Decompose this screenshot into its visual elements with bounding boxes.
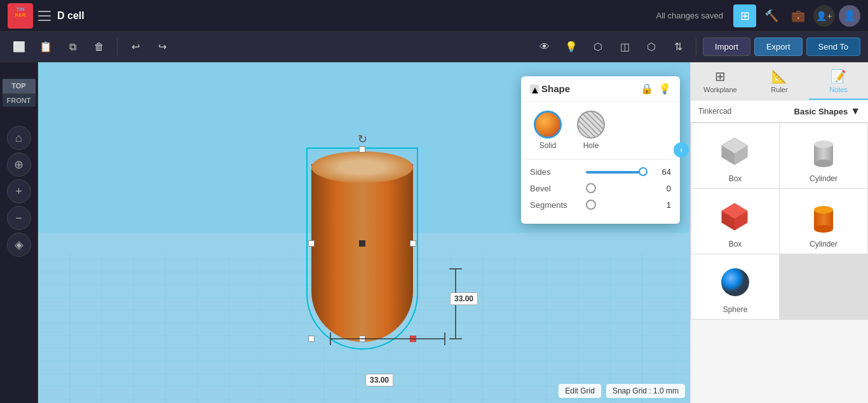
- bevel-radio[interactable]: [586, 183, 596, 193]
- handle-bottom-left[interactable]: [308, 336, 315, 342]
- zoom-out-button[interactable]: −: [7, 206, 31, 230]
- undo-button[interactable]: ↩: [124, 36, 147, 58]
- dimension-h-svg: [324, 326, 451, 352]
- cylinder-body: [311, 164, 413, 342]
- notes-icon: 📝: [831, 69, 846, 84]
- avatar[interactable]: 👤: [839, 5, 860, 27]
- header: TIN KER CAD D cell All changes saved ⊞ 🔨…: [0, 0, 868, 32]
- logo[interactable]: TIN KER CAD: [8, 3, 33, 29]
- box-gray-label: Box: [729, 174, 742, 183]
- redo-button[interactable]: ↪: [151, 36, 173, 58]
- toolbar-separator-1: [117, 38, 118, 56]
- box-red-thumb: [716, 198, 754, 236]
- library-shape-cylinder-orange[interactable]: Cylinder: [780, 189, 867, 254]
- shape-subtract-icon[interactable]: ⬡: [587, 36, 609, 58]
- center-handle[interactable]: [359, 240, 365, 247]
- hole-option[interactable]: Hole: [577, 111, 605, 150]
- dimension-width-label: 33.00: [365, 374, 393, 386]
- header-icons: ⊞ 🔨 💼 👤+ 👤: [733, 4, 860, 27]
- snap-grid-label: Snap Grid :: [613, 386, 651, 395]
- sphere-label: Sphere: [723, 305, 748, 314]
- export-button[interactable]: Export: [754, 38, 803, 56]
- snap-grid-value: 1.0 mm: [653, 386, 679, 395]
- import-button[interactable]: Import: [703, 38, 750, 56]
- flip-icon[interactable]: ⇅: [667, 36, 689, 58]
- solid-option[interactable]: Solid: [534, 111, 562, 150]
- library-header: Tinkercad Basic Shapes ▼: [691, 100, 868, 123]
- cylinder-gray-thumb: [804, 132, 843, 170]
- cylinder-orange-label: Cylinder: [810, 240, 837, 249]
- library-shape-cylinder-gray[interactable]: Cylinder: [780, 123, 867, 188]
- home-view-button[interactable]: ⌂: [7, 126, 31, 150]
- bevel-row: Bevel 0: [530, 183, 671, 193]
- visibility-icon[interactable]: 💡: [658, 83, 671, 95]
- workplane-icon: ⊞: [715, 69, 726, 84]
- view-toggle-button[interactable]: 👁: [533, 36, 556, 58]
- delete-button[interactable]: 🗑: [88, 36, 111, 58]
- ruler-tab-label: Ruler: [771, 86, 787, 93]
- library-shape-sphere[interactable]: Sphere: [691, 254, 779, 319]
- perspective-button[interactable]: ◈: [7, 233, 31, 257]
- shape-align-icon[interactable]: ◫: [613, 36, 636, 58]
- lock-icon[interactable]: 🔒: [641, 83, 653, 95]
- cylinder-orange-thumb: [804, 198, 843, 236]
- svg-point-50: [814, 140, 833, 148]
- hamburger-menu-icon[interactable]: [38, 11, 51, 21]
- copy-button[interactable]: 📋: [34, 36, 57, 58]
- svg-point-57: [814, 206, 833, 214]
- shapes-library[interactable]: Box: [691, 123, 868, 403]
- shape-properties-panel: ▲ Shape 🔒 💡 Solid Hole Sides: [521, 76, 680, 224]
- sides-label: Sides: [530, 167, 581, 177]
- handle-top-mid[interactable]: [359, 146, 365, 153]
- rotate-handle[interactable]: ↻: [358, 132, 367, 146]
- grid-view-icon[interactable]: ⊞: [733, 4, 756, 27]
- panel-collapse-button[interactable]: ▲: [530, 85, 539, 93]
- sides-slider-fill: [586, 171, 644, 174]
- sphere-blue-thumb: [716, 263, 754, 301]
- svg-point-58: [721, 268, 749, 296]
- new-shape-button[interactable]: ⬜: [8, 36, 31, 58]
- shape-panel-header: ▲ Shape 🔒 💡: [521, 76, 680, 102]
- sides-value: 64: [652, 167, 671, 177]
- svg-point-56: [814, 225, 833, 233]
- fit-view-button[interactable]: ⊕: [7, 153, 31, 177]
- tab-ruler[interactable]: 📐 Ruler: [750, 62, 809, 100]
- hole-icon: [577, 111, 605, 139]
- main-area: TOP FRONT ⌂ ⊕ + − ◈: [0, 62, 868, 403]
- light-icon[interactable]: 💡: [560, 36, 583, 58]
- view-cube-front[interactable]: FRONT: [3, 93, 36, 107]
- mirror-icon[interactable]: ⬡: [640, 36, 663, 58]
- segments-radio[interactable]: [586, 200, 596, 210]
- snap-grid-status: Snap Grid : 1.0 mm: [606, 384, 685, 398]
- left-panel: TOP FRONT ⌂ ⊕ + − ◈: [0, 62, 38, 403]
- canvas-status: Edit Grid Snap Grid : 1.0 mm: [559, 384, 685, 398]
- shapes-grid: Box: [691, 123, 868, 320]
- dropdown-arrow-icon[interactable]: ▼: [850, 106, 860, 117]
- zoom-in-button[interactable]: +: [7, 179, 31, 203]
- hammer-icon[interactable]: 🔨: [760, 4, 783, 27]
- dimension-height-label: 33.00: [450, 292, 478, 305]
- edit-grid-button[interactable]: Edit Grid: [559, 384, 601, 398]
- cylinder-top: [311, 151, 413, 183]
- library-shape-box-gray[interactable]: Box: [691, 123, 779, 188]
- sides-slider[interactable]: [586, 171, 647, 174]
- handle-left-mid[interactable]: [308, 240, 315, 247]
- library-shape-box-red[interactable]: Box: [691, 189, 779, 254]
- box-red-label: Box: [729, 240, 742, 249]
- tab-workplane[interactable]: ⊞ Workplane: [691, 62, 750, 100]
- bevel-label: Bevel: [530, 184, 581, 193]
- sides-row: Sides 64: [530, 167, 671, 177]
- view-cube-top[interactable]: TOP: [3, 79, 36, 93]
- add-user-button[interactable]: 👤+: [813, 5, 835, 27]
- handle-right-mid[interactable]: [410, 240, 416, 247]
- shape-properties: Sides 64 Bevel 0 Segments 1: [521, 160, 680, 224]
- workplane-tab-label: Workplane: [703, 86, 736, 93]
- tab-notes[interactable]: 📝 Notes: [809, 62, 868, 100]
- sendto-button[interactable]: Send To: [806, 38, 860, 56]
- briefcase-icon[interactable]: 💼: [787, 4, 810, 27]
- library-dropdown[interactable]: Basic Shapes: [794, 107, 848, 116]
- duplicate-button[interactable]: ⧉: [61, 36, 84, 58]
- ruler-icon: 📐: [771, 69, 787, 84]
- panel-scroll-arrow[interactable]: ›: [674, 142, 689, 158]
- 3d-cylinder-shape[interactable]: ↻: [311, 145, 413, 342]
